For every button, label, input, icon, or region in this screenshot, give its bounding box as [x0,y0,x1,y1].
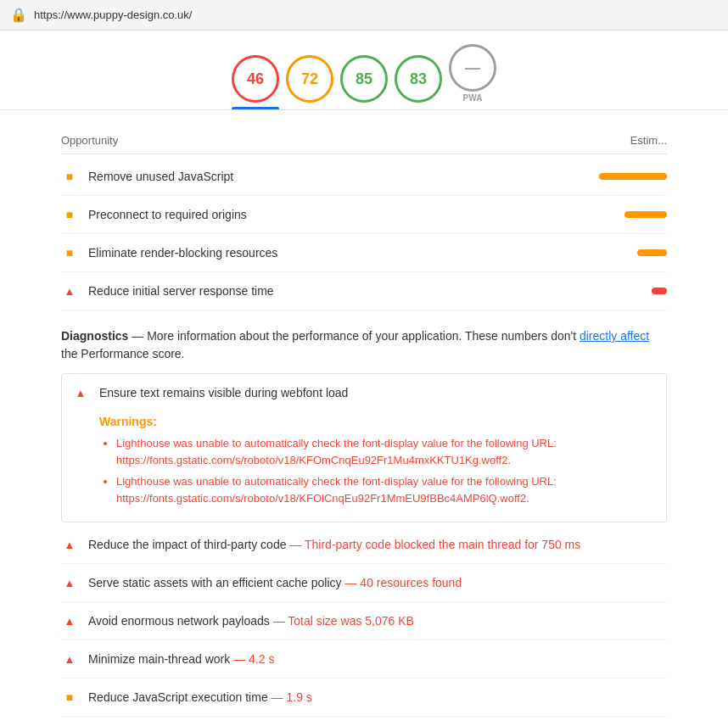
opportunity-item-server-response[interactable]: Reduce initial server response time [61,272,667,310]
diag-item-webfont: Ensure text remains visible during webfo… [61,373,667,522]
webfont-warnings-list: Lighthouse was unable to automatically c… [99,435,629,506]
server-response-bar [652,288,667,294]
score-label-pwa: PWA [463,93,483,103]
third-party-detail: — Third-party code blocked the main thre… [286,538,580,551]
main-thread-label: Minimize main-thread work — 4.2 s [88,652,667,666]
score-tab-accessibility[interactable]: 72 [286,55,333,109]
preconnect-icon [61,206,78,223]
opportunity-item-render-blocking[interactable]: Eliminate render-blocking resources [61,234,667,272]
cache-policy-label: Serve static assets with an efficient ca… [88,576,667,589]
third-party-icon [61,536,78,553]
cache-policy-icon [61,574,78,591]
render-blocking-bar [637,249,667,256]
opportunities-header: Opportunity Estim... [61,124,667,154]
diagnostics-text: Diagnostics — More information about the… [61,327,667,363]
preconnect-bar [624,211,667,218]
diagnostics-section: Diagnostics — More information about the… [61,310,667,373]
opportunity-list: Remove unused JavaScriptPreconnect to re… [61,158,667,310]
score-tab-seo[interactable]: 83 [395,55,442,109]
preconnect-label: Preconnect to required origins [88,208,614,221]
unused-js-label: Remove unused JavaScript [88,170,589,183]
directly-affect-link[interactable]: directly affect [580,329,649,343]
score-circle-seo: 83 [395,55,442,103]
webfont-warnings-title: Warnings: [99,415,629,428]
score-circle-best-practices: 85 [340,55,388,103]
webfont-label: Ensure text remains visible during webfo… [99,386,656,399]
server-response-icon [61,282,78,299]
js-execution-detail: — 1.9 s [268,690,312,704]
network-payloads-icon [61,612,78,629]
server-response-label: Reduce initial server response time [88,284,641,298]
js-execution-icon [61,689,78,706]
js-execution-label: Reduce JavaScript execution time — 1.9 s [88,690,667,704]
score-tab-pwa[interactable]: —PWA [449,44,496,109]
webfont-icon [72,384,89,401]
score-tabs: 46728583—PWA [0,31,728,110]
score-circle-pwa: — [449,44,496,92]
main-thread-icon [61,651,78,667]
url-text: https://www.puppy-design.co.uk/ [34,8,192,21]
diagnostics-list: Ensure text remains visible during webfo… [61,373,667,726]
score-tab-performance[interactable]: 46 [232,55,279,109]
score-tab-best-practices[interactable]: 85 [340,55,388,109]
diag-item-third-party[interactable]: Reduce the impact of third-party code — … [61,526,667,564]
diag-item-main-thread[interactable]: Minimize main-thread work — 4.2 s [61,640,667,679]
diag-row-webfont[interactable]: Ensure text remains visible during webfo… [62,374,666,411]
render-blocking-icon [61,244,78,261]
diag-item-js-execution[interactable]: Reduce JavaScript execution time — 1.9 s [61,679,667,717]
webfont-warnings: Warnings:Lighthouse was unable to automa… [62,411,666,522]
cache-policy-detail: — 40 resources found [342,576,462,589]
diag-item-critical-requests[interactable]: Avoid chaining critical requests — 20 ch… [61,717,667,726]
main-thread-detail: — 4.2 s [230,652,274,666]
diag-item-network-payloads[interactable]: Avoid enormous network payloads — Total … [61,602,667,640]
opportunity-item-unused-js[interactable]: Remove unused JavaScript [61,158,667,196]
render-blocking-label: Eliminate render-blocking resources [88,246,627,260]
address-bar: 🔒 https://www.puppy-design.co.uk/ [0,0,728,31]
opportunity-item-preconnect[interactable]: Preconnect to required origins [61,196,667,234]
webfont-warning-0: Lighthouse was unable to automatically c… [116,435,629,468]
estimate-label: Estim... [630,134,667,147]
opportunity-label: Opportunity [61,134,118,147]
network-payloads-detail: — Total size was 5,076 KB [270,614,414,628]
unused-js-bar [599,173,667,180]
diagnostics-title: Diagnostics [61,329,128,343]
score-circle-accessibility: 72 [286,55,333,103]
diag-item-cache-policy[interactable]: Serve static assets with an efficient ca… [61,564,667,602]
third-party-label: Reduce the impact of third-party code — … [88,538,667,551]
score-circle-performance: 46 [232,55,279,103]
webfont-warning-1: Lighthouse was unable to automatically c… [116,473,629,506]
lock-icon: 🔒 [10,7,27,23]
network-payloads-label: Avoid enormous network payloads — Total … [88,614,667,628]
unused-js-icon [61,168,78,185]
main-content: Opportunity Estim... Remove unused JavaS… [0,110,728,726]
